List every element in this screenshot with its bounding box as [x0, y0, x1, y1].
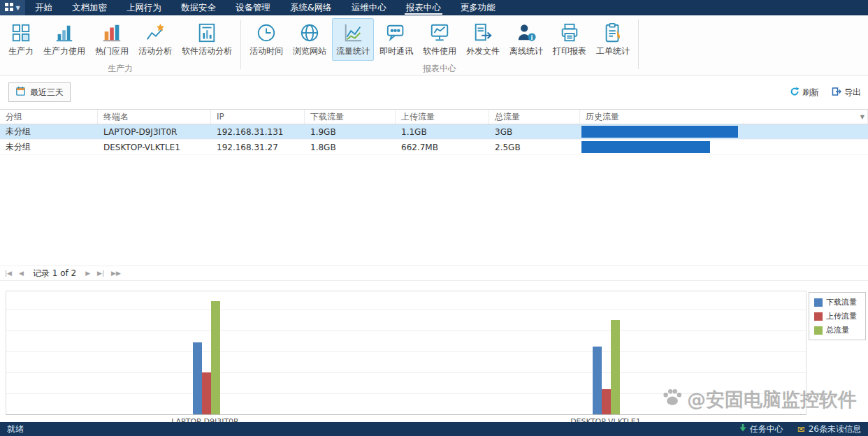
ribbon-item-work-order-stats[interactable]: 工单统计 [592, 18, 634, 61]
menu-item-doc-encryption[interactable]: 文档加密 [62, 0, 117, 15]
chart-bar [602, 389, 611, 414]
cell-ip: 192.168.31.131 [211, 127, 305, 137]
cell-download: 1.8GB [305, 143, 396, 152]
chart-plot [6, 291, 806, 415]
last-page-button[interactable]: ▶| [96, 270, 105, 277]
status-ready-label: 就绪 [7, 423, 24, 435]
task-center-label: 任务中心 [750, 423, 783, 435]
software-report-icon [196, 22, 217, 43]
ribbon-item-label: 浏览网站 [293, 45, 326, 57]
cell-group: 未分组 [0, 126, 98, 138]
pagination-bar: |◀ ◀ 记录 1 of 2 ▶ ▶| ▶▶ [0, 266, 868, 281]
chart-bar [611, 320, 620, 414]
app-grid-icon [5, 3, 13, 13]
ribbon-item-hot-apps[interactable]: 热门应用 [91, 18, 133, 61]
export-label: 导出 [844, 87, 861, 99]
file-send-icon [472, 22, 493, 43]
cell-group: 未分组 [0, 141, 98, 153]
ribbon-item-software-usage[interactable]: 软件使用 [419, 18, 461, 61]
monitor-icon [429, 22, 450, 43]
ribbon-separator [240, 20, 241, 69]
ribbon-item-productivity[interactable]: 生产力 [4, 18, 38, 61]
legend-label: 总流量 [826, 325, 849, 335]
ribbon-item-browse-websites[interactable]: 浏览网站 [289, 18, 331, 61]
next-page-button[interactable]: ▶ [85, 270, 91, 277]
ribbon-item-software-activity-analysis[interactable]: 软件活动分析 [178, 18, 236, 61]
ribbon-separator [638, 20, 639, 69]
date-filter-button[interactable]: 最近三天 [8, 82, 71, 102]
ribbon-item-label: 生产力 [8, 45, 34, 57]
download-arrow-icon [739, 424, 746, 434]
bar-group [193, 291, 220, 414]
legend-item: 上传流量 [814, 311, 860, 321]
mail-icon: ✉ [797, 424, 805, 435]
ribbon-item-label: 软件使用 [423, 45, 456, 57]
column-header-group[interactable]: 分组 [0, 110, 98, 124]
history-traffic-bar [581, 126, 738, 138]
traffic-chart-icon [342, 22, 363, 43]
record-count-label: 记录 1 of 2 [30, 268, 79, 279]
menu-item-start[interactable]: 开始 [25, 0, 62, 15]
first-page-button[interactable]: |◀ [4, 270, 13, 277]
cell-download: 1.9GB [305, 127, 396, 137]
ribbon-item-activity-analysis[interactable]: 活动分析 [134, 18, 176, 61]
menu-item-more-functions[interactable]: 更多功能 [451, 0, 505, 15]
column-header-download[interactable]: 下载流量 [305, 110, 396, 124]
ribbon-item-offline-stats[interactable]: i 离线统计 [505, 18, 547, 61]
more-pages-button[interactable]: ▶▶ [110, 270, 122, 277]
export-icon [832, 87, 841, 99]
cell-terminal: LAPTOP-D9J3IT0R [98, 127, 211, 137]
chart-bar [202, 372, 211, 414]
table-row[interactable]: 未分组 DESKTOP-VLKTLE1 192.168.31.27 1.8GB … [0, 140, 868, 155]
column-header-history[interactable]: 历史流量 [580, 110, 868, 124]
table-row[interactable]: 未分组 LAPTOP-D9J3IT0R 192.168.31.131 1.9GB… [0, 124, 868, 140]
column-menu-button[interactable]: ▼ [860, 110, 865, 124]
ribbon-item-traffic-stats[interactable]: 流量统计 [332, 18, 374, 61]
bar-group [593, 291, 620, 414]
prev-page-button[interactable]: ◀ [18, 270, 24, 277]
grid-icon [10, 22, 31, 43]
menu-item-ops-center[interactable]: 运维中心 [342, 0, 396, 15]
ribbon-item-productivity-usage[interactable]: 生产力使用 [39, 18, 89, 61]
ribbon-item-print-report[interactable]: 打印报表 [549, 18, 591, 61]
legend-label: 下载流量 [826, 297, 857, 307]
refresh-button[interactable]: 刷新 [790, 87, 819, 99]
ribbon-item-instant-messaging[interactable]: 即时通讯 [375, 18, 417, 61]
cell-ip: 192.168.31.27 [211, 143, 305, 152]
column-header-total[interactable]: 总流量 [489, 110, 580, 124]
chat-icon [386, 22, 407, 43]
history-traffic-bar [581, 141, 710, 153]
export-button[interactable]: 导出 [832, 87, 861, 99]
legend-swatch [814, 298, 823, 307]
column-header-ip[interactable]: IP [211, 110, 305, 124]
ribbon-group-label-report-center: 报表中心 [243, 62, 637, 78]
menu-item-report-center[interactable]: 报表中心 [396, 0, 451, 15]
globe-icon [299, 22, 320, 43]
unread-messages-button[interactable]: ✉ 26条未读信息 [797, 423, 861, 435]
menu-item-device-management[interactable]: 设备管理 [226, 0, 280, 15]
legend-swatch [814, 326, 823, 335]
app-menu-button[interactable]: ▼ [0, 0, 25, 15]
calendar-icon [15, 86, 26, 99]
printer-icon [559, 22, 580, 43]
column-header-upload[interactable]: 上传流量 [396, 110, 489, 124]
column-header-terminal[interactable]: 终端名 [98, 110, 211, 124]
ribbon-group-productivity: 生产力 生产力使用 热门应用 活动分析 [1, 17, 239, 75]
chart-bar [593, 347, 602, 414]
menu-item-internet-behavior[interactable]: 上网行为 [117, 0, 171, 15]
table-header: 分组 终端名 IP 下载流量 上传流量 总流量 历史流量 ▼ [0, 110, 868, 124]
hot-apps-icon [101, 22, 122, 43]
top-menu-bar: ▼ 开始 文档加密 上网行为 数据安全 设备管理 系统&网络 运维中心 报表中心… [0, 0, 868, 15]
task-center-button[interactable]: 任务中心 [739, 423, 783, 435]
unread-messages-label: 26条未读信息 [809, 423, 861, 435]
ribbon-item-activity-time[interactable]: 活动时间 [245, 18, 287, 61]
status-bar: 就绪 任务中心 ✉ 26条未读信息 [0, 422, 868, 436]
ribbon-item-label: 活动时间 [249, 45, 283, 57]
menu-item-system-network[interactable]: 系统&网络 [280, 0, 342, 15]
ribbon-item-outgoing-files[interactable]: 外发文件 [462, 18, 504, 61]
ribbon-item-label: 离线统计 [509, 45, 543, 57]
activity-chart-icon [145, 22, 166, 43]
cell-total: 3GB [489, 127, 580, 137]
menu-item-data-security[interactable]: 数据安全 [171, 0, 226, 15]
chart-legend: 下载流量上传流量总流量 [809, 292, 866, 340]
